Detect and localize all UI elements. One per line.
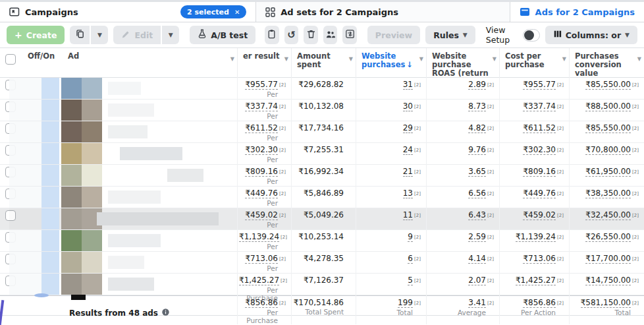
view-setup-toggle[interactable] xyxy=(523,29,539,42)
tab-ads-label: Ads for 2 Campaigns xyxy=(535,7,635,17)
footer-cost-per-purchase: ₹856.86[2] Per Action xyxy=(499,296,569,324)
metric-value-link[interactable]: ₹611.52 xyxy=(245,124,278,133)
metric-value-link[interactable]: ₹14,750.00 xyxy=(585,276,631,285)
metric-value-link[interactable]: ₹337.74 xyxy=(245,102,278,111)
metric-value-link[interactable]: ₹611.52 xyxy=(523,124,556,133)
delete-button[interactable] xyxy=(304,26,318,44)
metric-value-link[interactable]: 11 xyxy=(403,211,413,220)
redacted-ad-name xyxy=(108,234,161,247)
metric-value-link[interactable]: ₹713.06 xyxy=(245,254,278,264)
metric-value-link[interactable]: ₹302.30 xyxy=(523,146,556,155)
metric-value-link[interactable]: 30 xyxy=(403,102,413,111)
metric-value-link[interactable]: ₹449.76 xyxy=(245,189,278,198)
info-icon[interactable] xyxy=(161,308,170,318)
metric-value-link[interactable]: ₹302.30 xyxy=(245,146,278,155)
metric-value-link[interactable]: 3.65 xyxy=(468,167,486,177)
metric-total-link[interactable]: 199 xyxy=(398,299,413,308)
metric-value-link[interactable]: 13 xyxy=(403,189,413,198)
tab-adsets[interactable]: Ad sets for 2 Campaigns xyxy=(256,2,510,22)
metric-value-link[interactable]: ₹449.76 xyxy=(523,189,556,198)
edit-dropdown-button[interactable]: ▼ xyxy=(162,26,179,44)
table-row[interactable]: ₹337.74[2] Per Purchase ₹10,132.08 30[2]… xyxy=(0,100,644,121)
duplicate-button[interactable] xyxy=(70,26,90,44)
metric-total-link[interactable]: ₹581,150.00 xyxy=(581,299,631,308)
footer-amount-spent: ₹170,514.86 Total Spent xyxy=(291,296,356,324)
ads-icon xyxy=(520,7,530,16)
metric-value-link[interactable]: ₹70,800.00 xyxy=(585,146,631,155)
metric-value-link[interactable]: 4.82 xyxy=(468,124,486,133)
edit-button[interactable]: Edit xyxy=(113,26,161,44)
metric-value-link[interactable]: ₹713.06 xyxy=(523,254,556,264)
metric-value-link[interactable]: ₹88,500.00 xyxy=(585,102,631,111)
tab-ads[interactable]: Ads for 2 Campaigns xyxy=(510,2,644,22)
metric-value-link[interactable]: ₹459.02 xyxy=(245,211,278,220)
table-row[interactable]: ₹449.76[2] Per Purchase ₹5,846.89 13[2] … xyxy=(0,187,644,208)
sort-desc-icon: ↓ xyxy=(406,60,413,69)
table-row[interactable]: ₹713.06[2] Per Purchase ₹4,278.35 6[2] 4… xyxy=(0,252,644,274)
metric-value-link[interactable]: 6 xyxy=(408,254,413,264)
metric-total-link[interactable]: ₹856.86 xyxy=(523,299,556,308)
clear-selection-icon[interactable]: ✕ xyxy=(234,9,240,16)
table-row[interactable]: ₹611.52[2] Per Purchase ₹17,734.16 29[2]… xyxy=(0,121,644,143)
columns-button[interactable]: Columns: or ▼ xyxy=(545,26,637,44)
metric-value-link[interactable]: ₹1,425.27 xyxy=(239,276,279,285)
metric-value-link[interactable]: 31 xyxy=(403,80,413,90)
table-row[interactable]: ₹1,139.24[2] Per Purchase ₹10,253.14 9[2… xyxy=(0,230,644,252)
metric-value-link[interactable]: ₹809.16 xyxy=(523,167,556,177)
ab-test-button[interactable]: A/B test xyxy=(190,26,255,44)
metric-value-link[interactable]: ₹38,350.00 xyxy=(585,189,631,198)
redacted-ad-name xyxy=(108,82,141,95)
metric-value-link[interactable]: ₹809.16 xyxy=(245,167,278,177)
duplicate-dropdown-button[interactable]: ▼ xyxy=(91,26,108,44)
sort-caret-icon: ▼ xyxy=(284,55,288,63)
metric-value-link[interactable]: 4.14 xyxy=(468,254,486,264)
metric-total-link[interactable]: 3.41 xyxy=(468,299,486,308)
select-all-checkbox[interactable] xyxy=(5,54,16,65)
metric-value-link[interactable]: ₹337.74 xyxy=(523,102,556,111)
table-row[interactable]: ₹955.77[2] Per Purchase ₹29,628.82 31[2]… xyxy=(0,78,644,100)
metric-value-link[interactable]: ₹955.77 xyxy=(523,80,556,90)
metric-value-link[interactable]: 9.76 xyxy=(468,146,486,155)
metric-value-link[interactable]: ₹61,950.00 xyxy=(585,167,631,177)
redacted-ad-name xyxy=(120,147,182,160)
metric-value-link[interactable]: 21 xyxy=(403,167,413,177)
metric-value-link[interactable]: 6.43 xyxy=(468,211,486,220)
metric-value-link[interactable]: 9 xyxy=(408,233,413,242)
metric-value-link[interactable]: ₹85,550.00 xyxy=(585,124,631,133)
redaction-box xyxy=(71,295,86,300)
clipboard-button[interactable] xyxy=(265,26,279,44)
table-row[interactable]: ₹302.30[2] Per Purchase ₹7,255.31 24[2] … xyxy=(0,143,644,165)
metric-value-link[interactable]: 2.89 xyxy=(468,80,486,90)
table-row[interactable]: ₹809.16[2] Per Purchase ₹16,992.34 21[2]… xyxy=(0,165,644,187)
metric-value-link[interactable]: ₹1,139.24 xyxy=(516,233,556,242)
metric-value-link[interactable]: ₹955.77 xyxy=(245,80,278,90)
metric-value-link[interactable]: ₹32,450.00 xyxy=(585,211,631,220)
export-button[interactable] xyxy=(342,26,357,44)
tab-campaigns[interactable]: Campaigns 2 selected ✕ xyxy=(0,2,256,22)
metric-value-link[interactable]: ₹85,550.00 xyxy=(585,80,631,90)
metric-value-link[interactable]: 6.56 xyxy=(468,189,486,198)
audiences-button[interactable] xyxy=(323,26,338,44)
metric-value-link[interactable]: ₹459.02 xyxy=(523,211,556,220)
chevron-down-icon: ▼ xyxy=(463,32,468,38)
ads-manager-app: Campaigns 2 selected ✕ Ad sets for 2 Cam… xyxy=(0,0,644,325)
metric-value-link[interactable]: ₹17,700.00 xyxy=(585,254,631,264)
table-row[interactable]: ₹1,425.27[2] Per Purchase ₹7,126.37 5[2]… xyxy=(0,274,644,295)
metric-value-link[interactable]: 2.07 xyxy=(468,276,486,285)
metric-value-link[interactable]: 5 xyxy=(408,276,413,285)
metric-total-link[interactable]: ₹856.86 xyxy=(245,299,278,308)
create-button[interactable]: + Create xyxy=(7,26,65,44)
selected-count-badge[interactable]: 2 selected ✕ xyxy=(180,5,246,18)
metric-value-link[interactable]: 29 xyxy=(403,124,413,133)
rules-button[interactable]: Rules ▼ xyxy=(425,26,475,44)
preview-button[interactable]: Preview xyxy=(367,26,420,44)
undo-button[interactable]: ↺ xyxy=(284,26,299,44)
metric-value-link[interactable]: ₹26,550.00 xyxy=(585,233,631,242)
metric-value-link[interactable]: 2.59 xyxy=(468,233,486,242)
metric-value-link[interactable]: 24 xyxy=(403,146,413,155)
metric-value-link[interactable]: ₹1,425.27 xyxy=(516,276,556,285)
metric-value-link[interactable]: ₹1,139.24 xyxy=(239,233,279,242)
chevron-down-icon: ▼ xyxy=(625,32,630,38)
table-row[interactable]: ₹459.02[2] Per Purchase ₹5,049.26 11[2] … xyxy=(0,208,644,230)
metric-value-link[interactable]: 8.73 xyxy=(468,102,486,111)
